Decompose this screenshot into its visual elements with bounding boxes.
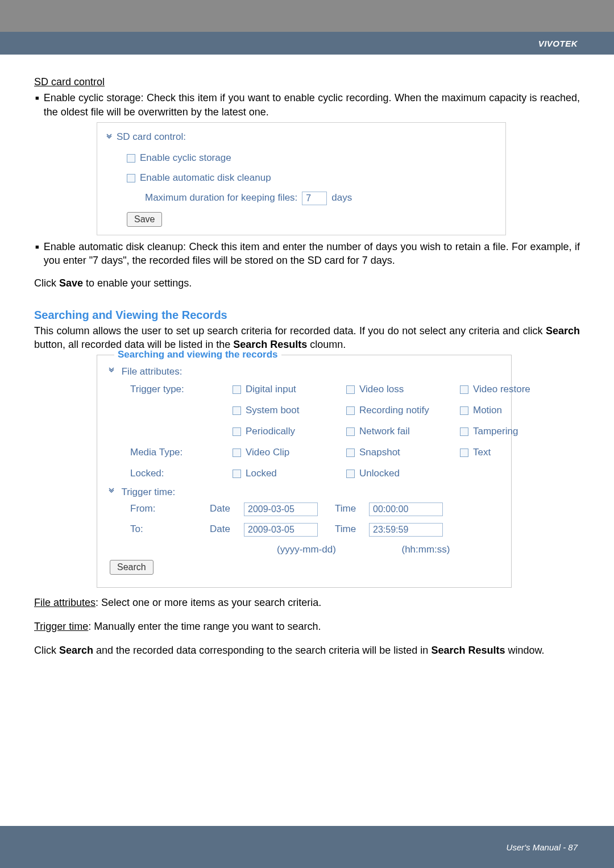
footer-text: User's Manual - 87 — [507, 842, 578, 852]
sd-card-panel-header: SD card control: — [105, 131, 497, 144]
file-attributes-grid: Trigger type: Digital input Video loss V… — [130, 383, 501, 480]
enable-cyclic-label: Enable cyclic storage — [140, 152, 231, 165]
chevron-down-icon — [105, 133, 113, 141]
sd-card-heading: SD card control — [34, 75, 580, 89]
brand-text: VIVOTEK — [538, 39, 578, 48]
save-instruction: Click Save to enable your settings. — [34, 276, 580, 290]
recording-notify-label: Recording notify — [359, 404, 429, 417]
locked-label: Locked: — [130, 467, 233, 480]
to-date-input[interactable] — [244, 523, 318, 537]
periodically-checkbox[interactable] — [233, 427, 241, 436]
trigger-type-label: Trigger type: — [130, 383, 233, 396]
bullet-cleanup-text: Enable automatic disk cleanup: Check thi… — [44, 240, 580, 268]
file-attributes-header: File attributes: — [107, 366, 501, 379]
snapshot-label: Snapshot — [359, 446, 400, 459]
system-boot-checkbox[interactable] — [233, 406, 241, 415]
sd-card-panel-title: SD card control: — [117, 131, 186, 144]
locked-checkbox[interactable] — [233, 470, 241, 478]
date-label-1: Date — [210, 502, 244, 516]
max-duration-row: Maximum duration for keeping files: days — [145, 192, 497, 205]
from-date-input[interactable] — [244, 502, 318, 516]
search-result-desc: Click Search and the recorded data corre… — [34, 643, 580, 657]
enable-cleanup-label: Enable automatic disk cleanup — [140, 172, 271, 185]
chevron-down-icon — [107, 487, 115, 495]
brand-band: VIVOTEK — [0, 32, 614, 55]
date-label-2: Date — [210, 523, 244, 536]
search-section-intro: This column allows the user to set up se… — [34, 324, 580, 352]
locked-cb-label: Locked — [246, 467, 277, 480]
file-attributes-label: File attributes: — [122, 366, 182, 377]
to-label: To: — [130, 523, 210, 536]
bullet-cyclic-text: Enable cyclic storage: Check this item i… — [44, 91, 580, 119]
search-fieldset: Searching and viewing the records File a… — [97, 355, 512, 588]
unlocked-checkbox[interactable] — [346, 470, 355, 478]
time-hint: (hh:mm:ss) — [369, 543, 483, 556]
trigger-time-desc: Trigger time: Manually enter the time ra… — [34, 620, 580, 633]
unlocked-cb-label: Unlocked — [359, 467, 400, 480]
sd-card-panel: SD card control: Enable cyclic storage E… — [97, 122, 506, 235]
chevron-down-icon — [107, 367, 115, 375]
max-duration-input[interactable] — [302, 192, 327, 205]
digital-input-checkbox[interactable] — [233, 385, 241, 394]
from-label: From: — [130, 502, 210, 516]
video-clip-label: Video Clip — [246, 446, 289, 459]
digital-input-label: Digital input — [246, 383, 296, 396]
time-label-1: Time — [335, 502, 369, 516]
motion-checkbox[interactable] — [460, 406, 468, 415]
date-hint: (yyyy-mm-dd) — [244, 543, 369, 556]
from-time-input[interactable] — [369, 502, 443, 516]
enable-cyclic-checkbox[interactable] — [127, 154, 135, 163]
video-loss-label: Video loss — [359, 383, 404, 396]
days-label: days — [331, 192, 352, 205]
bullet-square-icon: ■ — [35, 91, 39, 105]
tampering-checkbox[interactable] — [460, 427, 468, 436]
enable-cleanup-row: Enable automatic disk cleanup — [127, 172, 497, 185]
top-gray-bar — [0, 0, 614, 32]
network-fail-checkbox[interactable] — [346, 427, 355, 436]
periodically-label: Periodically — [246, 425, 295, 438]
snapshot-checkbox[interactable] — [346, 448, 355, 457]
motion-label: Motion — [473, 404, 502, 417]
media-type-label: Media Type: — [130, 446, 233, 459]
enable-cyclic-row: Enable cyclic storage — [127, 152, 497, 165]
text-label: Text — [473, 446, 491, 459]
trigger-time-header: Trigger time: — [107, 486, 501, 499]
search-section-title: Searching and Viewing the Records — [34, 308, 580, 323]
video-restore-checkbox[interactable] — [460, 385, 468, 394]
recording-notify-checkbox[interactable] — [346, 406, 355, 415]
time-label-2: Time — [335, 523, 369, 536]
enable-cleanup-checkbox[interactable] — [127, 174, 135, 182]
video-loss-checkbox[interactable] — [346, 385, 355, 394]
bullet-cleanup: ■ Enable automatic disk cleanup: Check t… — [34, 240, 580, 268]
video-clip-checkbox[interactable] — [233, 448, 241, 457]
max-duration-label: Maximum duration for keeping files: — [145, 192, 297, 205]
bullet-cyclic: ■ Enable cyclic storage: Check this item… — [34, 91, 580, 119]
search-legend: Searching and viewing the records — [114, 348, 281, 362]
system-boot-label: System boot — [246, 404, 300, 417]
search-button[interactable]: Search — [110, 560, 154, 575]
save-button[interactable]: Save — [127, 212, 162, 227]
page-content: SD card control ■ Enable cyclic storage:… — [0, 55, 614, 658]
video-restore-label: Video restore — [473, 383, 530, 396]
trigger-time-grid: From: Date Time To: Date Time (yyyy-mm-d… — [130, 502, 501, 556]
text-checkbox[interactable] — [460, 448, 468, 457]
to-time-input[interactable] — [369, 523, 443, 537]
bullet-square-icon: ■ — [35, 240, 39, 254]
network-fail-label: Network fail — [359, 425, 410, 438]
tampering-label: Tampering — [473, 425, 518, 438]
trigger-time-label: Trigger time: — [121, 487, 175, 497]
file-attributes-desc: File attributes: Select one or more item… — [34, 596, 580, 609]
footer-band: User's Manual - 87 — [0, 826, 614, 868]
